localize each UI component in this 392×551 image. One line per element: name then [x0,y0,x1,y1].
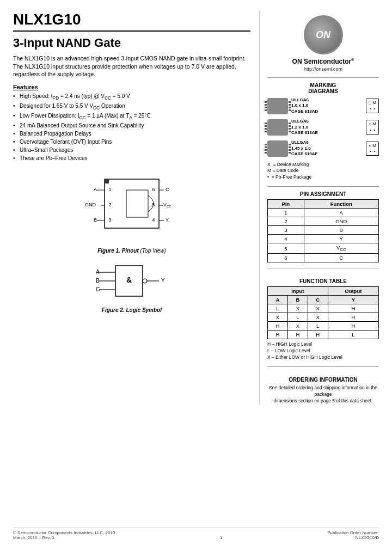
footer-copyright: © Semiconductor Components Industries, L… [13,530,115,540]
svg-rect-1 [126,190,148,217]
right-divider-2 [267,186,379,187]
svg-text:B: B [96,278,100,284]
on-semiconductor-label: ON Semiconductor® [292,58,354,65]
left-column: NLX1G10 3-Input NAND Gate The NLX1G10 is… [13,11,259,404]
marking-entry-1: ULLGA61.0 x 1.0CASE 613AD ⎕ M• • [267,97,379,114]
marking-case-1: ULLGA61.0 x 1.0CASE 613AD [291,97,363,114]
ordering-text: See detailed ordering and shipping infor… [267,385,379,405]
svg-text:5: 5 [152,202,155,207]
feature-8: These are Pb–Free Devices [13,155,250,162]
feature-1: High Speed: tPD = 2.4 ns (typ) @ VCC = 5… [13,93,250,101]
on-logo: ON [304,15,343,54]
marking-entry-3: ULLGA61.45 x 1.0CASE 613AF < M• • [267,140,379,157]
svg-text:GND: GND [85,202,96,207]
features-section: Features High Speed: tPD = 2.4 ns (typ) … [13,84,250,161]
col-y: Y [328,296,378,304]
marking-entry-2: ULLGA61.2 x 1.0CASE 613AE + M• • [267,119,379,136]
func-2: GND [304,217,378,226]
pin-assignment-table: Pin Function 1 A 2 GND [267,199,379,262]
copyright-text: © Semiconductor Components Industries, L… [13,530,115,535]
svg-text:&: & [126,276,132,284]
footer-date: March, 2010 – Rev. 1 [13,535,54,540]
col-a: A [268,296,288,304]
footer-page: 1 [220,535,222,540]
func-1: A [304,209,378,217]
fig2-caption: Figure 2. Logic Symbol [13,307,250,313]
function-col-header: Function [304,200,378,209]
function-table-section: FUNCTION TABLE Input Output A B C Y [267,278,379,361]
right-divider-3 [267,268,379,268]
chip-icon-1 [267,98,288,114]
feature-3: Low Power Dissipation: ICC = 1 µA (Max) … [13,112,250,121]
svg-text:4: 4 [152,217,155,223]
function-table-title: FUNCTION TABLE [267,278,379,284]
table-row: 4 Y [268,235,379,243]
figure2-area: & Y A B C F [13,260,250,313]
svg-text:Y: Y [166,217,169,223]
fig1-caption: Figure 1. Pinout (Top View) [13,248,250,254]
marking-info-3: ULLGA61.45 x 1.0CASE 613AF [291,140,363,157]
desc-2: The NLX1G10 input structures provide pro… [13,63,236,78]
pub-order-label: Publication Order Number: [327,530,379,535]
svg-text:1: 1 [108,187,111,192]
ordering-section: ORDERING INFORMATION See detailed orderi… [267,377,379,405]
svg-text:Y: Y [161,278,165,284]
pin-assignment-title: PIN ASSIGNMENT [267,191,379,197]
col-c: C [308,296,328,304]
feature-5: Balanced Propagation Delays [13,130,250,137]
func-6: C [304,254,378,262]
function-legend: H – HIGH Logic Level L – LOW Logic Level… [267,341,379,361]
table-row: 1 A [268,209,379,217]
chip-icon-2 [267,119,288,136]
title-divider [13,30,250,32]
pin-2: 2 [268,217,304,226]
marking-info-2: ULLGA61.2 x 1.0CASE 613AE [291,119,363,136]
svg-text:C: C [96,286,100,292]
features-list: High Speed: tPD = 2.4 ns (typ) @ VCC = 5… [13,93,250,161]
features-title: Features [13,84,250,90]
on-semi-url: http://onsemi.com [304,66,342,72]
marking-case-3: ULLGA61.45 x 1.0CASE 613AF [291,140,363,157]
marking-title: MARKINGDIAGRAMS [267,82,379,94]
pin-assignment-section: PIN ASSIGNMENT Pin Function 1 A [267,191,379,262]
table-row: HHHL [268,330,379,339]
table-row: 2 GND [268,217,379,226]
right-column: ON ON Semiconductor® http://onsemi.com M… [259,11,379,404]
func-5: VCC [304,243,378,254]
marking-case-2: ULLGA61.2 x 1.0CASE 613AE [291,119,363,136]
svg-text:VCC: VCC [163,202,171,208]
svg-rect-20 [105,179,109,183]
marking-symbol-3: < M• • [366,142,379,156]
pinout-diagram: 1 6 2 5 3 4 A C GND [77,168,186,244]
feature-7: Ultra–Small Packages [13,146,250,154]
svg-text:B: B [94,217,97,223]
pin-1: 1 [268,209,304,217]
pub-order-number: NLX1G10/D [356,535,379,540]
svg-text:A: A [94,187,97,192]
svg-point-23 [143,279,147,283]
right-divider-4 [267,366,379,367]
svg-text:A: A [96,269,100,275]
ordering-title: ORDERING INFORMATION [267,377,379,383]
table-row: 5 VCC [268,243,379,254]
svg-text:6: 6 [152,187,155,192]
marking-symbol-1: ⎕ M• • [366,99,379,113]
pin-5: 5 [268,243,304,254]
function-table: Input Output A B C Y LXXH [267,286,379,339]
svg-text:3: 3 [108,217,111,223]
feature-4: 24 mA Balanced Output Source and Sink Ca… [13,122,250,129]
feature-2: Designed for 1.65 V to 5.5 V VCC Operati… [13,102,250,111]
on-logo-text: ON [316,29,330,41]
feature-6: Overvoltage Tolerant (OVT) Input Pins [13,138,250,145]
marking-legend: X = Device Marking M = Date Code • = Pb-… [267,162,379,181]
figure1-area: 1 6 2 5 3 4 A C GND [13,168,250,254]
pin-col-header: Pin [268,200,304,209]
svg-text:C: C [166,187,169,192]
table-row: 6 C [268,254,379,262]
footer-pub-order: Publication Order Number: NLX1G10/D [327,530,379,540]
input-header: Input [268,287,328,296]
func-3: B [304,226,378,235]
marking-symbol-2: + M• • [366,120,379,134]
table-row: XLXH [268,313,379,322]
page-footer: © Semiconductor Components Industries, L… [13,528,379,540]
